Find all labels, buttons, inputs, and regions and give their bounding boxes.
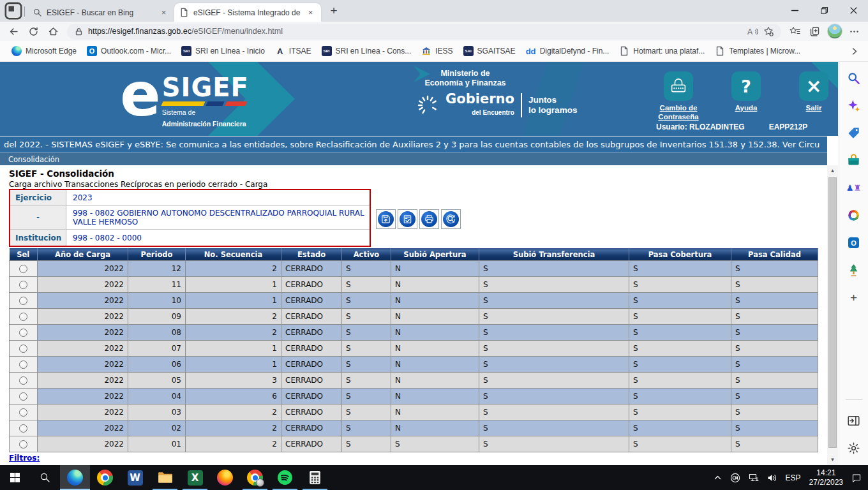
volume-icon[interactable] xyxy=(767,473,777,483)
taskbar-taskbar-search-button[interactable] xyxy=(30,465,60,490)
profile-button[interactable] xyxy=(826,23,843,40)
bookmark-item[interactable]: IESS xyxy=(416,43,458,59)
cell-subio-apertura: N xyxy=(391,309,479,325)
upload-save-button[interactable] xyxy=(376,209,396,229)
taskbar-edge-button[interactable] xyxy=(60,465,90,490)
hidden-icons-chevron-icon[interactable] xyxy=(714,473,722,482)
bookmark-item[interactable]: O Outlook.com - Micr... xyxy=(82,43,176,59)
scroll-up-icon[interactable]: ▲ xyxy=(827,165,838,176)
taskbar-spotify-button[interactable] xyxy=(270,465,300,490)
tab-actions-icon[interactable] xyxy=(4,1,23,20)
row-select-radio[interactable] xyxy=(19,424,27,433)
address-bar[interactable]: https://esigef.finanzas.gob.ec/eSIGEF/me… xyxy=(67,24,781,40)
discover-icon[interactable] xyxy=(847,99,860,112)
action-center-icon[interactable] xyxy=(851,473,862,483)
bookmark-item[interactable]: SAI SGAITSAE xyxy=(458,43,521,59)
help-button[interactable]: ? Ayuda xyxy=(720,71,772,121)
bookmark-item[interactable]: Templates | Microw... xyxy=(710,43,805,59)
favorites-button[interactable] xyxy=(786,23,804,40)
scrollbar-thumb[interactable] xyxy=(828,177,837,448)
bookmarks-bar: Microsoft Edge O Outlook.com - Micr... S… xyxy=(0,41,868,62)
table-row: 2022 05 3 CERRADO S N S S S xyxy=(10,373,818,389)
taskbar-explorer-button[interactable] xyxy=(150,465,180,490)
tab-bing-search[interactable]: ESIGEF - Buscar en Bing × xyxy=(27,3,174,22)
m365-icon[interactable] xyxy=(847,209,860,222)
bookmarks-overflow-chevron-icon[interactable] xyxy=(846,43,862,59)
col-pasa-calidad[interactable]: Pasa Calidad xyxy=(731,249,818,261)
games-icon[interactable]: ♟♜ xyxy=(847,181,860,195)
shopping-icon[interactable] xyxy=(847,126,860,140)
tools-icon[interactable] xyxy=(847,154,860,167)
row-select-radio[interactable] xyxy=(19,345,27,353)
taskbar-word-button[interactable]: W xyxy=(120,465,150,490)
row-select-radio[interactable] xyxy=(19,297,27,305)
new-tab-button[interactable]: + xyxy=(325,2,343,20)
col-anio[interactable]: Año de Carga xyxy=(38,249,128,261)
search-refresh-button[interactable] xyxy=(441,209,461,229)
back-button[interactable] xyxy=(5,23,22,40)
scroll-down-icon[interactable]: ▼ xyxy=(827,454,838,465)
tab-esigef[interactable]: eSIGEF - Sistema Integrado de Ge × xyxy=(174,3,321,22)
network-icon[interactable] xyxy=(749,473,759,483)
collections-button[interactable] xyxy=(806,23,823,40)
panel-icon[interactable] xyxy=(847,414,860,427)
row-select-radio[interactable] xyxy=(19,360,27,369)
tab-close-icon[interactable]: × xyxy=(158,7,169,18)
logout-button[interactable]: × Salir xyxy=(788,71,838,121)
col-subio-transferencia[interactable]: Subió Transferencia xyxy=(479,249,629,261)
taskbar-calculator-button[interactable] xyxy=(300,465,330,490)
row-select-radio[interactable] xyxy=(19,329,27,337)
read-aloud-icon[interactable]: A xyxy=(747,27,758,36)
row-select-radio[interactable] xyxy=(19,376,27,385)
cell-subio-apertura: N xyxy=(391,389,479,405)
settings-menu-button[interactable] xyxy=(846,23,863,40)
taskbar-chrome-button[interactable] xyxy=(90,465,120,490)
col-pasa-cobertura[interactable]: Pasa Cobertura xyxy=(629,249,731,261)
taskbar-chrome-badge-button[interactable] xyxy=(240,465,270,490)
bookmark-item[interactable]: SRI SRI en Línea - Cons... xyxy=(317,43,417,59)
language-indicator[interactable]: ESP xyxy=(786,473,801,482)
col-activo[interactable]: Activo xyxy=(342,249,391,261)
tree-icon[interactable] xyxy=(847,264,860,277)
print-button[interactable] xyxy=(419,209,439,229)
add-sidebar-icon[interactable]: + xyxy=(847,291,860,304)
taskbar-firefox-button[interactable] xyxy=(210,465,240,490)
tab-close-icon[interactable]: × xyxy=(305,7,316,18)
esigef-logo: e SIGEF Sistema deAdministración Financi… xyxy=(120,64,258,129)
taskbar-excel-button[interactable]: X xyxy=(180,465,210,490)
close-button[interactable] xyxy=(839,0,868,21)
refresh-button[interactable] xyxy=(25,23,42,40)
col-secuencia[interactable]: No. Secuencia xyxy=(186,249,281,261)
outlook-sidebar-icon[interactable]: O xyxy=(847,236,860,249)
row-select-radio[interactable] xyxy=(19,392,27,401)
filters-link[interactable]: Filtros: xyxy=(9,454,40,463)
add-favorite-icon[interactable] xyxy=(763,26,774,36)
meet-now-icon[interactable] xyxy=(730,473,740,483)
bookmark-item[interactable]: A ITSAE xyxy=(270,43,317,59)
settings-gear-icon[interactable] xyxy=(847,442,860,455)
col-periodo[interactable]: Periodo xyxy=(128,249,186,261)
row-select-radio[interactable] xyxy=(19,313,27,321)
url-text[interactable]: https://esigef.finanzas.gob.ec/eSIGEF/me… xyxy=(88,27,742,36)
restore-button[interactable] xyxy=(809,0,839,21)
bookmark-item[interactable]: dd DigitalDefynd - Fin... xyxy=(521,43,615,59)
taskbar-clock[interactable]: 14:2127/2/2023 xyxy=(809,468,843,487)
bookmark-item[interactable]: Hotmart: una plataf... xyxy=(614,43,710,59)
sri-icon: SRI xyxy=(181,46,191,56)
page-scrollbar[interactable]: ▲ ▼ xyxy=(827,165,838,465)
home-button[interactable] xyxy=(45,23,62,40)
bookmark-item[interactable]: SRI SRI en Línea - Inicio xyxy=(176,43,270,59)
row-select-radio[interactable] xyxy=(19,265,27,273)
col-estado[interactable]: Estado xyxy=(281,249,342,261)
minimize-button[interactable] xyxy=(780,0,809,21)
taskbar-start-button[interactable] xyxy=(0,465,30,490)
row-select-radio[interactable] xyxy=(19,281,27,289)
validate-button[interactable] xyxy=(398,209,417,229)
bookmark-item[interactable]: Microsoft Edge xyxy=(6,43,82,59)
col-subio-apertura[interactable]: Subió Apertura xyxy=(391,249,479,261)
print-icon xyxy=(424,214,434,224)
row-select-radio[interactable] xyxy=(19,440,27,449)
sidebar-search-icon[interactable] xyxy=(847,71,860,85)
row-select-radio[interactable] xyxy=(19,408,27,417)
change-password-button[interactable]: Cambio de Contraseña xyxy=(652,71,705,121)
